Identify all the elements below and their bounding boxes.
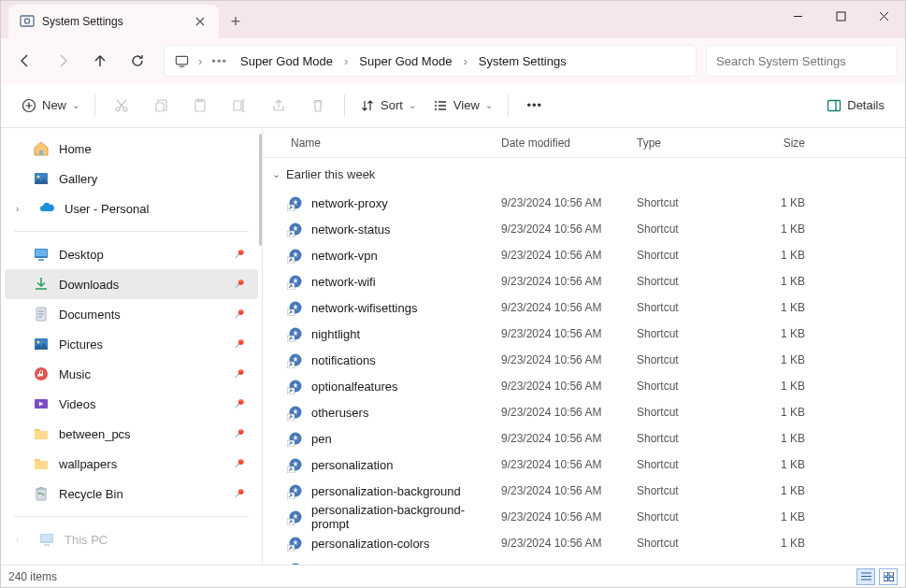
shortcut-icon [287, 456, 304, 473]
svg-point-5 [116, 108, 120, 111]
new-button[interactable]: New ⌄ [14, 90, 87, 122]
details-button-label: Details [847, 98, 884, 112]
file-row[interactable]: optionalfeatures9/23/2024 10:56 AMShortc… [263, 373, 905, 399]
pin-icon: 📍 [229, 365, 247, 382]
file-type: Shortcut [637, 406, 749, 419]
sidebar-item-this-pc[interactable]: ›This PC [5, 524, 258, 554]
file-row[interactable]: personalization-background9/23/2024 10:5… [263, 478, 905, 504]
settings-icon [20, 14, 35, 29]
file-size: 1 KB [749, 510, 824, 523]
file-date: 9/23/2024 10:56 AM [501, 432, 637, 445]
file-row[interactable]: nightlight9/23/2024 10:56 AMShortcut1 KB [263, 321, 905, 347]
pin-icon: 📍 [229, 275, 247, 293]
breadcrumb-segment[interactable]: System Settings [473, 50, 572, 72]
folder-icon [33, 455, 50, 472]
more-button[interactable]: ••• [516, 90, 554, 122]
breadcrumb-segment[interactable]: Super God Mode [353, 50, 457, 72]
chevron-right-icon: › [16, 204, 29, 214]
file-row[interactable]: personalization-copilot9/23/2024 10:56 A… [263, 556, 905, 565]
sidebar-item-wallpapers[interactable]: wallpapers📍 [5, 449, 258, 479]
chevron-right-icon[interactable]: › [342, 54, 350, 68]
sidebar-item-label: Videos [59, 397, 223, 411]
sidebar-item-downloads[interactable]: Downloads📍 [5, 269, 258, 299]
path-overflow[interactable]: ••• [208, 54, 231, 68]
view-button[interactable]: View ⌄ [425, 90, 500, 122]
gallery-icon [33, 170, 50, 187]
sort-button[interactable]: Sort ⌄ [352, 90, 424, 122]
column-type[interactable]: Type [637, 136, 749, 150]
maximize-button[interactable] [819, 1, 862, 31]
close-window-button[interactable] [862, 1, 905, 31]
column-name[interactable]: Name [263, 136, 501, 150]
cut-button[interactable] [103, 90, 140, 122]
share-button[interactable] [260, 90, 297, 122]
file-name: optionalfeatures [311, 380, 398, 394]
thumbnails-view-toggle[interactable] [879, 568, 898, 585]
file-row[interactable]: pen9/23/2024 10:56 AMShortcut1 KB [263, 425, 905, 452]
up-button[interactable] [83, 44, 117, 78]
address-bar[interactable]: › ••• Super God Mode › Super God Mode › … [164, 45, 697, 77]
svg-rect-0 [21, 16, 34, 26]
file-type: Shortcut [637, 537, 749, 550]
details-button[interactable]: Details [819, 90, 892, 122]
file-date: 9/23/2024 10:56 AM [501, 537, 637, 550]
file-row[interactable]: network-wifi9/23/2024 10:56 AMShortcut1 … [263, 268, 905, 294]
file-row[interactable]: network-vpn9/23/2024 10:56 AMShortcut1 K… [263, 242, 905, 268]
shortcut-icon [287, 273, 304, 290]
file-date: 9/23/2024 10:56 AM [501, 380, 637, 393]
column-size[interactable]: Size [749, 136, 824, 150]
minimize-button[interactable] [776, 1, 819, 31]
breadcrumb-segment[interactable]: Super God Mode [235, 50, 338, 72]
folder-icon [33, 425, 50, 442]
sidebar-item-music[interactable]: Music📍 [5, 359, 258, 389]
sidebar-item-label: Recycle Bin [59, 487, 223, 501]
navigation-row: › ••• Super God Mode › Super God Mode › … [1, 38, 905, 83]
browser-tab[interactable]: System Settings [8, 5, 219, 38]
sidebar-item-desktop[interactable]: Desktop📍 [5, 239, 258, 269]
new-button-label: New [42, 98, 66, 112]
file-name: personalization-colors [311, 537, 429, 551]
sidebar-item-pictures[interactable]: Pictures📍 [5, 329, 258, 359]
file-name: personalization-copilot [311, 563, 432, 566]
sidebar-item-user-personal[interactable]: ›User - Personal [5, 194, 258, 223]
file-name: network-wifi [311, 275, 376, 289]
sidebar-item-label: Music [59, 367, 223, 381]
sidebar-item-between-pcs[interactable]: between_pcs📍 [5, 419, 258, 449]
new-tab-button[interactable]: + [219, 5, 252, 38]
file-row[interactable]: network-proxy9/23/2024 10:56 AMShortcut1… [263, 190, 905, 216]
file-row[interactable]: network-wifisettings9/23/2024 10:56 AMSh… [263, 294, 905, 321]
paste-button[interactable] [181, 90, 219, 122]
sidebar-item-gallery[interactable]: Gallery [5, 164, 258, 194]
sidebar-item-videos[interactable]: Videos📍 [5, 389, 258, 419]
file-row[interactable]: personalization9/23/2024 10:56 AMShortcu… [263, 452, 905, 478]
shortcut-icon [287, 378, 304, 394]
file-date: 9/23/2024 10:56 AM [501, 196, 637, 209]
rename-button[interactable] [221, 90, 258, 122]
sidebar-item-recycle-bin[interactable]: Recycle Bin📍 [5, 479, 258, 509]
chevron-right-icon[interactable]: › [196, 54, 204, 68]
chevron-right-icon[interactable]: › [461, 54, 468, 68]
file-row[interactable]: otherusers9/23/2024 10:56 AMShortcut1 KB [263, 399, 905, 425]
details-view-toggle[interactable] [856, 568, 875, 585]
column-date[interactable]: Date modified [501, 136, 637, 150]
file-row[interactable]: notifications9/23/2024 10:56 AMShortcut1… [263, 347, 905, 373]
forward-button[interactable] [46, 44, 79, 78]
delete-button[interactable] [299, 90, 337, 122]
shortcut-icon [287, 299, 304, 316]
file-row[interactable]: personalization-background-prompt9/23/20… [263, 504, 905, 530]
sidebar-item-home[interactable]: Home [5, 134, 258, 164]
file-name: pen [311, 432, 332, 446]
search-input[interactable]: Search System Settings [706, 45, 898, 77]
sidebar-item-documents[interactable]: Documents📍 [5, 299, 258, 329]
copy-button[interactable] [142, 90, 180, 122]
back-button[interactable] [8, 44, 42, 78]
file-row[interactable]: network-status9/23/2024 10:56 AMShortcut… [263, 216, 905, 242]
refresh-button[interactable] [121, 44, 154, 78]
file-date: 9/23/2024 10:56 AM [501, 353, 637, 366]
close-tab-button[interactable] [193, 14, 208, 29]
file-name: network-vpn [311, 249, 378, 263]
file-name: notifications [311, 353, 376, 367]
group-header[interactable]: ⌄ Earlier this week [263, 158, 905, 190]
monitor-icon [170, 50, 193, 72]
file-row[interactable]: personalization-colors9/23/2024 10:56 AM… [263, 530, 905, 556]
